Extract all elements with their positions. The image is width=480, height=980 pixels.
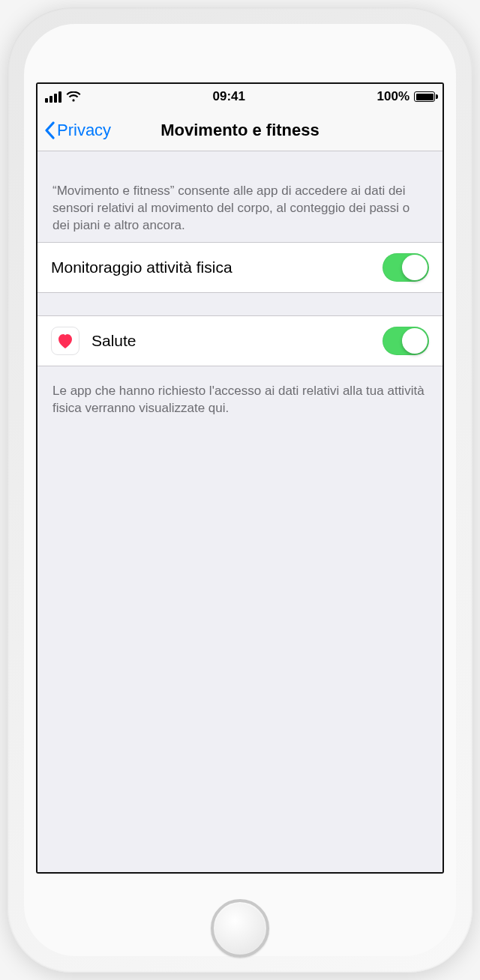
screen: 09:41 100% Privacy Movimento e fitness	[36, 82, 444, 874]
cellular-signal-icon	[45, 91, 62, 103]
app-row-label: Salute	[92, 332, 382, 350]
app-row-salute: Salute	[38, 316, 442, 366]
status-left	[45, 91, 81, 103]
content-scroll-area[interactable]: “Movimento e fitness” consente alle app …	[38, 151, 442, 872]
fitness-tracking-label: Monitoraggio attività fisica	[51, 258, 382, 276]
battery-icon	[414, 91, 435, 102]
status-bar: 09:41 100%	[38, 84, 442, 109]
status-right: 100%	[377, 89, 435, 104]
back-button-label: Privacy	[57, 121, 111, 140]
home-button[interactable]	[211, 899, 269, 958]
section-description-footer: Le app che hanno richiesto l'accesso ai …	[38, 366, 442, 425]
apps-group: Salute	[38, 315, 442, 366]
phone-device-frame: 09:41 100% Privacy Movimento e fitness	[8, 7, 472, 973]
wifi-icon	[66, 91, 81, 103]
app-row-toggle-salute[interactable]	[382, 327, 429, 355]
status-time: 09:41	[213, 89, 245, 104]
chevron-left-icon	[44, 121, 56, 139]
health-app-icon	[51, 327, 80, 355]
fitness-tracking-toggle[interactable]	[382, 253, 429, 282]
heart-icon	[56, 333, 74, 349]
fitness-tracking-group: Monitoraggio attività fisica	[38, 242, 442, 293]
fitness-tracking-row: Monitoraggio attività fisica	[38, 243, 442, 292]
back-button[interactable]: Privacy	[44, 121, 111, 140]
navigation-bar: Privacy Movimento e fitness	[38, 109, 442, 151]
section-description-intro: “Movimento e fitness” consente alle app …	[38, 151, 442, 242]
page-title: Movimento e fitness	[160, 121, 319, 140]
battery-percent-label: 100%	[377, 89, 410, 104]
